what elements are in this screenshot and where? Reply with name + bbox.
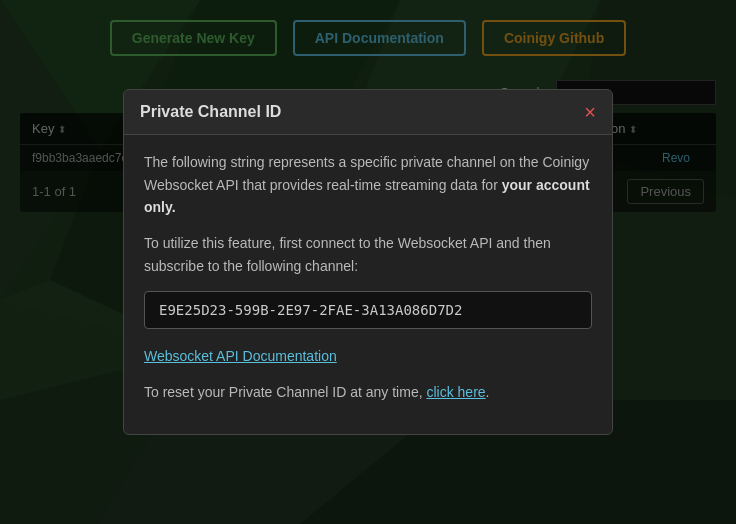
modal-title: Private Channel ID: [140, 103, 281, 121]
websocket-doc-link[interactable]: Websocket API Documentation: [144, 348, 337, 364]
private-channel-modal: Private Channel ID × The following strin…: [123, 89, 613, 435]
modal-overlay: Private Channel ID × The following strin…: [0, 0, 736, 524]
modal-description-2: To utilize this feature, first connect t…: [144, 232, 592, 277]
modal-body: The following string represents a specif…: [124, 135, 612, 434]
modal-reset-text: To reset your Private Channel ID at any …: [144, 381, 592, 403]
modal-description-1: The following string represents a specif…: [144, 151, 592, 218]
reset-link[interactable]: click here: [426, 384, 485, 400]
modal-header: Private Channel ID ×: [124, 90, 612, 135]
channel-id-display: E9E25D23-599B-2E97-2FAE-3A13A086D7D2: [144, 291, 592, 329]
modal-doc-link-paragraph: Websocket API Documentation: [144, 345, 592, 367]
modal-close-button[interactable]: ×: [584, 102, 596, 122]
